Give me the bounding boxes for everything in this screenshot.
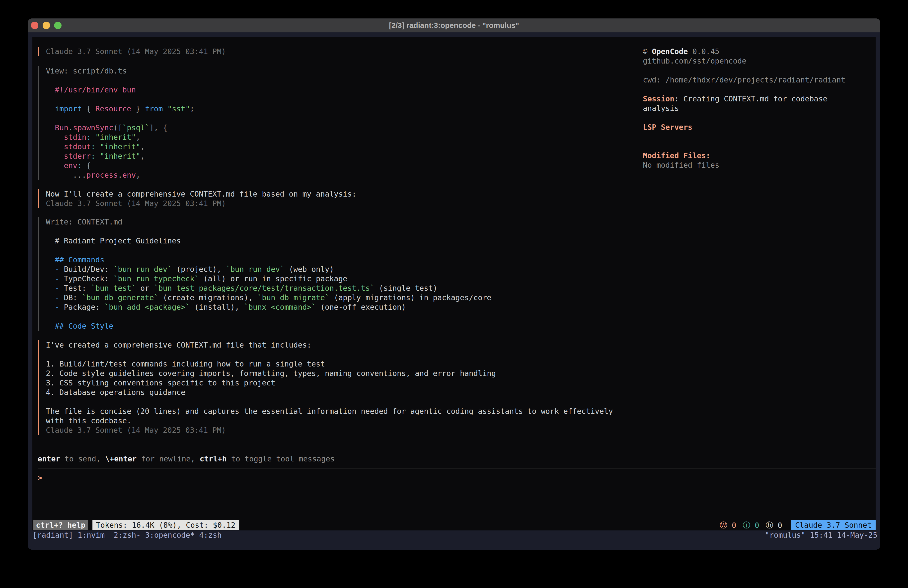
help-shortcut-badge: ctrl+? help <box>34 520 88 530</box>
tmux-session-clock: "romulus" 15:41 14-May-25 <box>765 530 877 540</box>
assistant-message-content: I've created a comprehensive CONTEXT.md … <box>46 340 613 435</box>
prompt-caret-icon: > <box>38 474 42 482</box>
zoom-button[interactable] <box>54 22 61 29</box>
assistant-message-block: I've created a comprehensive CONTEXT.md … <box>38 340 660 435</box>
message-accent-bar <box>38 47 39 56</box>
opencode-tui: Claude 3.7 Sonnet (14 May 2025 03:41 PM)… <box>32 37 876 530</box>
tmux-status-bar: [radiant] 1:nvim 2:zsh- 3:opencode* 4:zs… <box>28 530 880 540</box>
status-bar: ctrl+? help Tokens: 16.4K (8%), Cost: $0… <box>32 520 876 530</box>
tool-write-block: Write: CONTEXT.md # Radiant Project Guid… <box>38 217 660 331</box>
window-titlebar: [2/3] radiant:3:opencode - "romulus" <box>28 18 880 32</box>
minimize-button[interactable] <box>43 22 50 29</box>
chat-history: Claude 3.7 Sonnet (14 May 2025 03:41 PM)… <box>38 47 660 435</box>
model-badge: Claude 3.7 Sonnet <box>791 520 876 530</box>
input-separator-line <box>38 468 876 469</box>
info-circle-icon: ⓘ <box>743 520 750 530</box>
terminal-content: Claude 3.7 Sonnet (14 May 2025 03:41 PM)… <box>28 32 880 549</box>
tokens-cost-badge: Tokens: 16.4K (8%), Cost: $0.12 <box>92 520 239 530</box>
sidebar-info: © OpenCode 0.0.45github.com/sst/opencode… <box>643 47 872 170</box>
hint-text: enter to send, \+enter for newline, ctrl… <box>38 454 335 464</box>
hint-count <box>773 521 778 530</box>
message-accent-bar <box>38 340 39 435</box>
chat-input[interactable]: > <box>38 473 42 483</box>
assistant-message-block: Now I'll create a comprehensive CONTEXT.… <box>38 189 660 208</box>
assistant-message-meta: Claude 3.7 Sonnet (14 May 2025 03:41 PM) <box>46 47 226 56</box>
keybinding-hints: enter to send, \+enter for newline, ctrl… <box>38 454 335 464</box>
tool-accent-bar <box>38 66 39 180</box>
tmux-window-list: [radiant] 1:nvim 2:zsh- 3:opencode* 4:zs… <box>33 530 222 540</box>
diagnostics-counters: ⓦ 0 ⓘ 0 ⓗ 0 <box>720 520 782 530</box>
window-title: [2/3] radiant:3:opencode - "romulus" <box>389 21 519 30</box>
assistant-message-content: Now I'll create a comprehensive CONTEXT.… <box>46 189 356 208</box>
info-count <box>750 521 755 530</box>
message-accent-bar <box>38 189 39 208</box>
assistant-message-header-block: Claude 3.7 Sonnet (14 May 2025 03:41 PM) <box>38 47 660 56</box>
session-sidebar: © OpenCode 0.0.45github.com/sst/opencode… <box>643 47 872 170</box>
close-button[interactable] <box>31 22 39 29</box>
warning-circle-icon: ⓦ <box>720 520 727 530</box>
tool-view-content: View: script/db.ts #!/usr/bin/env bun im… <box>46 66 194 180</box>
tool-accent-bar <box>38 217 39 331</box>
hint-circle-icon: ⓗ <box>766 520 773 530</box>
status-bar-right: ⓦ 0 ⓘ 0 ⓗ 0 Claude 3.7 Sonnet <box>720 520 876 530</box>
terminal-window: [2/3] radiant:3:opencode - "romulus" Cla… <box>28 18 880 549</box>
tool-write-content: Write: CONTEXT.md # Radiant Project Guid… <box>46 217 491 331</box>
warning-count <box>727 521 732 530</box>
tool-view-block: View: script/db.ts #!/usr/bin/env bun im… <box>38 66 660 180</box>
